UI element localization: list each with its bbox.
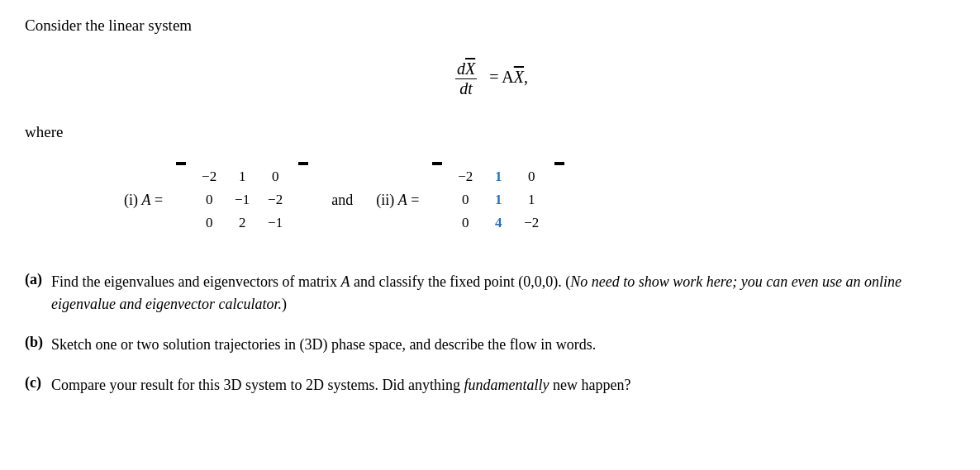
- question-a-label: (a): [25, 271, 51, 288]
- cell-i-01: 1: [239, 169, 246, 185]
- cell-ii-10: 0: [462, 192, 469, 208]
- matrix-i: −2 1 0 0 −1 −2 0 2 −1: [176, 162, 308, 238]
- matrices-section: (i) A = −2 1 0 0 −1 −2 0 2 −1 and (ii) A…: [124, 162, 955, 238]
- and-label: and: [331, 192, 353, 209]
- cell-ii-22: −2: [524, 215, 539, 231]
- matrix-i-label: (i) A =: [124, 192, 163, 209]
- question-b: (b) Sketch one or two solution trajector…: [25, 334, 955, 356]
- cell-ii-01: 1: [495, 169, 502, 185]
- cell-i-22: −1: [268, 215, 283, 231]
- fraction-numerator: dX: [455, 59, 477, 79]
- cell-ii-00: −2: [458, 169, 473, 185]
- cell-i-20: 0: [206, 215, 213, 231]
- fraction-denominator: dt: [458, 79, 474, 98]
- cell-i-11: −1: [235, 192, 250, 208]
- question-c-text: Compare your result for this 3D system t…: [51, 374, 630, 396]
- cell-ii-02: 0: [528, 169, 535, 185]
- fraction: dX dt: [455, 59, 477, 98]
- question-a: (a) Find the eigenvalues and eigenvector…: [25, 271, 955, 316]
- cell-i-10: 0: [206, 192, 213, 208]
- cell-ii-12: 1: [528, 192, 535, 208]
- question-a-text: Find the eigenvalues and eigenvectors of…: [51, 271, 955, 316]
- cell-i-21: 2: [239, 215, 246, 231]
- cell-ii-21: 4: [495, 215, 502, 231]
- bracket-left-ii: [432, 162, 442, 165]
- question-b-text: Sketch one or two solution trajectories …: [51, 334, 596, 356]
- main-equation: dX dt = AX,: [25, 59, 955, 98]
- cell-i-00: −2: [202, 169, 216, 185]
- question-b-label: (b): [25, 334, 51, 351]
- matrix-ii-content: −2 1 0 0 1 1 0 4 −2: [444, 162, 553, 238]
- equation-rhs: = AX,: [489, 68, 528, 86]
- questions-section: (a) Find the eigenvalues and eigenvector…: [25, 271, 955, 396]
- question-c-label: (c): [25, 374, 51, 392]
- matrix-i-content: −2 1 0 0 −1 −2 0 2 −1: [188, 162, 297, 238]
- bracket-left-i: [176, 162, 186, 165]
- matrix-ii: −2 1 0 0 1 1 0 4 −2: [432, 162, 564, 238]
- question-c: (c) Compare your result for this 3D syst…: [25, 374, 955, 396]
- cell-ii-20: 0: [462, 215, 469, 231]
- matrix-ii-label: (ii) A =: [376, 192, 419, 209]
- bracket-right-i: [298, 162, 308, 165]
- bracket-right-ii: [554, 162, 564, 165]
- cell-ii-11: 1: [495, 192, 502, 208]
- cell-i-12: −2: [268, 192, 283, 208]
- cell-i-02: 0: [272, 169, 279, 185]
- where-label: where: [25, 123, 955, 141]
- intro-text: Consider the linear system: [25, 17, 955, 35]
